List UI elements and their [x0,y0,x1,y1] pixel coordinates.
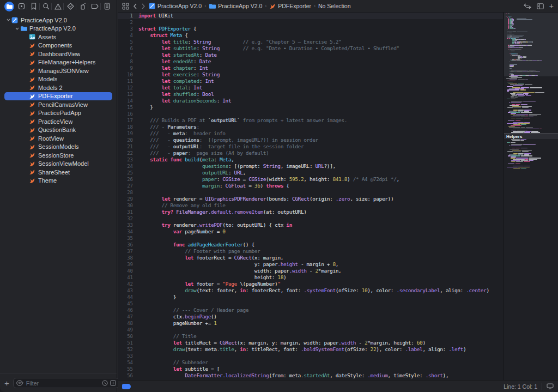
code-line[interactable]: 3struct PDFExporter { [118,26,503,32]
code-line[interactable]: 2 [118,19,503,26]
add-editor-icon[interactable]: + [549,2,554,10]
code-line[interactable]: 23 static func build(meta: Meta, [118,156,503,163]
minimap-viewport[interactable] [504,13,558,76]
sidebar-item-filemanager-helpers[interactable]: FileManager+Helpers [4,58,112,67]
sidebar-item-models[interactable]: Models [4,75,112,84]
code-line[interactable]: 12 let total: Int [118,85,503,91]
back-button[interactable] [133,3,137,9]
sidebar-item-theme[interactable]: Theme [4,177,112,185]
code-line[interactable]: 43 draw(text: footer, in: footerRect, fo… [118,287,503,294]
sidebar-item-sessionmodels[interactable]: SessionModels [4,143,112,152]
code-line[interactable]: 34 var pageNumber = 0 [118,228,503,235]
code-line[interactable]: 42 let footer = "Page \(pageNumber)" [118,281,503,287]
sidebar-item-practiceapp-v2-0[interactable]: PracticeApp V2.0 [4,16,112,25]
sidebar-item-models-2[interactable]: Models 2 [4,83,112,92]
code-line[interactable]: 38 let footerRect = CGRect(x: margin, [118,255,503,261]
disclosure-chevron-icon[interactable] [5,19,11,21]
code-line[interactable]: 50 // Title [118,333,503,340]
breakpoint-indicator-icon[interactable] [122,384,131,389]
code-line[interactable]: 52 draw(text: meta.title, in: titleRect,… [118,346,503,353]
code-line[interactable]: 8 let endedAt: Date [118,58,503,65]
sidebar-item-rootview[interactable]: RootView [4,134,112,143]
source-control-filter-icon[interactable] [110,380,116,386]
source-code-editor[interactable]: 1import UIKit23struct PDFExporter {4 str… [118,13,503,380]
code-line[interactable]: 55 let subtitle = [ [118,366,503,372]
disclosure-chevron-icon[interactable] [14,27,20,30]
sidebar-item-pdfexporter[interactable]: PDFExporter [4,92,112,101]
filter-field[interactable] [13,378,119,388]
code-line[interactable]: 9 let chapter: Int [118,65,503,71]
code-line[interactable]: 18 /// - Parameters: [118,124,503,130]
code-line[interactable]: 41 height: 18) [118,274,503,281]
code-line[interactable]: 35 [118,235,503,242]
code-line[interactable]: 44 } [118,294,503,300]
code-line[interactable]: 31 try? FileManager.default.removeItem(a… [118,209,503,215]
code-line[interactable]: 30 // Remove any old file [118,202,503,209]
editor-options-icon[interactable] [537,3,544,9]
sidebar-item-practiceapp-v2-0[interactable]: PracticeApp V2.0 [4,25,112,33]
breadcrumb-segment-practiceapp-v2-0[interactable]: PracticeApp V2.0 [149,3,202,9]
code-line[interactable]: 4 struct Meta { [118,32,503,39]
sidebar-item-pencilcanvasview[interactable]: PencilCanvasView [4,100,112,109]
code-line[interactable]: 25 outputURL: URL, [118,170,503,176]
code-line[interactable]: 6 let subtitle: String // e.g. "Date • D… [118,45,503,52]
code-line[interactable]: 40 width: paper.width - 2*margin, [118,268,503,274]
code-line[interactable]: 14 let durationSeconds: Int [118,98,503,104]
add-file-button[interactable]: + [4,379,9,387]
code-line[interactable]: 39 y: paper.height - margin + 8, [118,261,503,268]
navigator-tab-tests[interactable] [64,2,76,11]
code-line[interactable]: 49 [118,327,503,333]
code-line[interactable]: 26 paper: CGSize = CGSize(width: 595.2, … [118,176,503,183]
breadcrumb-segment-pdfexporter[interactable]: PDFExporter [269,3,311,9]
code-line[interactable]: 19 /// - meta: header info [118,130,503,137]
code-line[interactable]: 37 // Footer with page number [118,248,503,255]
code-line[interactable]: 21 /// - outputURL: target file in the s… [118,143,503,150]
code-line[interactable]: 13 let shuffled: Bool [118,91,503,98]
code-line[interactable]: 20 /// - questions: [(prompt, imageURL?)… [118,137,503,143]
code-line[interactable]: 53 [118,353,503,359]
code-line[interactable]: 7 let startedAt: Date [118,52,503,58]
navigator-tab-debug[interactable] [77,2,89,11]
navigator-tab-issues[interactable] [52,2,64,11]
breadcrumb-segment-practiceapp-v2-0[interactable]: PracticeApp V2.0 [209,3,262,9]
code-line[interactable]: 32 [118,215,503,222]
code-line[interactable]: 17 /// Builds a PDF at `outputURL` from … [118,117,503,124]
code-line[interactable]: 28 [118,189,503,196]
sidebar-item-sharesheet[interactable]: ShareSheet [4,168,112,177]
code-line[interactable]: 15 } [118,104,503,111]
code-line[interactable]: 29 let renderer = UIGraphicsPDFRenderer(… [118,196,503,202]
code-line[interactable]: 56 DateFormatter.localizedString(from: m… [118,372,503,379]
sidebar-item-components[interactable]: Components [4,41,112,50]
sidebar-item-assets[interactable]: Assets [4,33,112,41]
display-icon[interactable] [547,383,554,389]
code-line[interactable]: 48 pageNumber += 1 [118,320,503,327]
related-items-icon[interactable] [122,3,129,10]
forward-button[interactable] [141,3,145,9]
navigator-tab-source-control[interactable] [16,2,28,11]
code-line[interactable]: 46 // --- Cover / Header page [118,307,503,313]
code-review-icon[interactable] [524,3,531,9]
code-line[interactable]: 10 let exercise: String [118,71,503,78]
code-line[interactable]: 33 try renderer.writePDF(to: outputURL) … [118,222,503,228]
sidebar-item-practiceview[interactable]: PracticeView [4,117,112,126]
sidebar-item-sessionstore[interactable]: SessionStore [4,151,112,160]
code-line[interactable]: 16 [118,111,503,117]
code-line[interactable]: 47 ctx.beginPage() [118,313,503,320]
code-line[interactable]: 27 margin: CGFloat = 36) throws { [118,183,503,189]
navigator-tab-breakpoints[interactable] [89,2,101,11]
sidebar-item-sessionviewmodel[interactable]: SessionViewModel [4,160,112,168]
code-line[interactable]: 11 let completed: Int [118,78,503,85]
code-line[interactable]: 54 // Subheader [118,359,503,366]
code-line[interactable]: 51 let titleRect = CGRect(x: margin, y: … [118,340,503,346]
sidebar-item-dashboardview[interactable]: DashboardView [4,50,112,58]
code-line[interactable]: 45 [118,300,503,307]
navigator-tab-project[interactable] [3,2,15,11]
sidebar-item-practicepadapp[interactable]: PracticePadApp [4,109,112,118]
breadcrumb-segment-no-selection[interactable]: No Selection [318,3,351,9]
code-line[interactable]: 1import UIKit [118,13,503,19]
minimap[interactable]: Helpers [504,13,558,380]
navigator-tab-bookmarks[interactable] [28,2,40,11]
code-line[interactable]: 22 /// - paper: page size (A4 by default… [118,150,503,156]
recents-clock-icon[interactable] [102,380,108,386]
code-line[interactable]: 36 func addPageHeaderFooter() { [118,242,503,248]
